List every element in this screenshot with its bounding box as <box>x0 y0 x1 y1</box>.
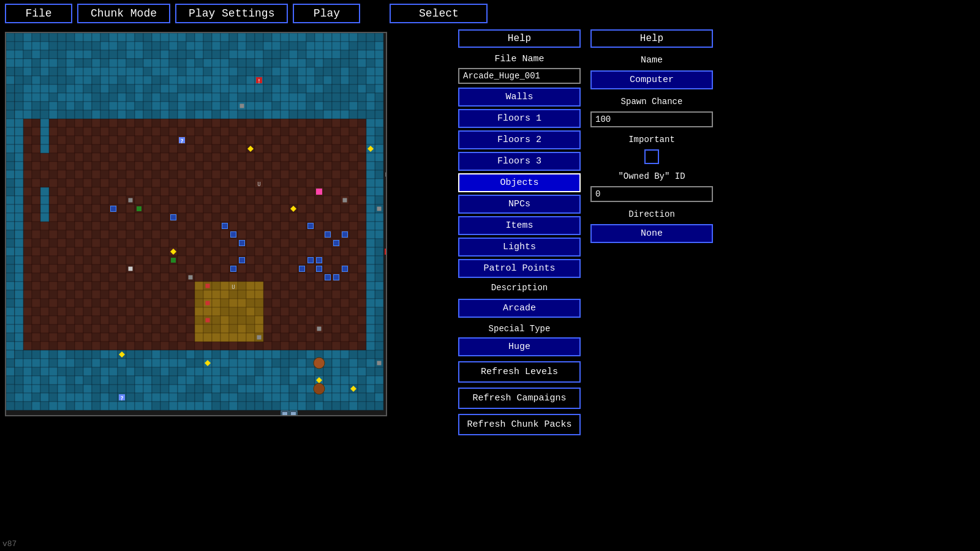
refresh-chunk-packs-button[interactable]: Refresh Chunk Packs <box>458 414 581 435</box>
important-checkbox[interactable] <box>644 149 659 164</box>
description-label: Description <box>458 283 581 293</box>
map-area <box>0 27 453 546</box>
panel-right: Help Name Computer Spawn Chance Importan… <box>590 29 713 544</box>
file-button[interactable]: File <box>5 4 72 23</box>
main-content: Help File Name Walls Floors 1 Floors 2 F… <box>0 27 980 546</box>
direction-label: Direction <box>590 209 713 219</box>
owned-by-label: "Owned By" ID <box>590 171 713 181</box>
floors1-button[interactable]: Floors 1 <box>458 109 581 128</box>
spawn-chance-label: Spawn Chance <box>590 97 713 107</box>
lights-button[interactable]: Lights <box>458 238 581 257</box>
special-type-button[interactable]: Huge <box>458 337 581 356</box>
help-button-left[interactable]: Help <box>458 29 581 48</box>
special-type-label: Special Type <box>458 324 581 334</box>
play-button[interactable]: Play <box>293 4 360 23</box>
version-text: v87 <box>2 539 17 549</box>
panel-left: Help File Name Walls Floors 1 Floors 2 F… <box>458 29 581 544</box>
toolbar: File Chunk Mode Play Settings Play Selec… <box>0 0 980 27</box>
floors3-button[interactable]: Floors 3 <box>458 152 581 171</box>
description-button[interactable]: Arcade <box>458 299 581 318</box>
patrol-points-button[interactable]: Patrol Points <box>458 259 581 278</box>
name-value-button[interactable]: Computer <box>590 70 713 89</box>
npcs-button[interactable]: NPCs <box>458 195 581 214</box>
floors2-button[interactable]: Floors 2 <box>458 130 581 149</box>
help-button-right[interactable]: Help <box>590 29 713 48</box>
chunk-mode-button[interactable]: Chunk Mode <box>77 4 170 23</box>
objects-button[interactable]: Objects <box>458 173 581 192</box>
name-label: Name <box>590 55 713 66</box>
owned-by-input[interactable] <box>590 186 713 202</box>
spawn-chance-input[interactable] <box>590 111 713 127</box>
refresh-campaigns-button[interactable]: Refresh Campaigns <box>458 388 581 409</box>
walls-button[interactable]: Walls <box>458 88 581 107</box>
play-settings-button[interactable]: Play Settings <box>175 4 288 23</box>
direction-button[interactable]: None <box>590 224 713 243</box>
file-name-input[interactable] <box>458 68 581 84</box>
refresh-levels-button[interactable]: Refresh Levels <box>458 361 581 383</box>
map-canvas[interactable] <box>5 32 387 416</box>
right-panel: Help File Name Walls Floors 1 Floors 2 F… <box>453 27 980 546</box>
important-label: Important <box>590 135 713 144</box>
items-button[interactable]: Items <box>458 216 581 235</box>
select-button[interactable]: Select <box>390 4 488 23</box>
file-name-label: File Name <box>458 54 581 64</box>
